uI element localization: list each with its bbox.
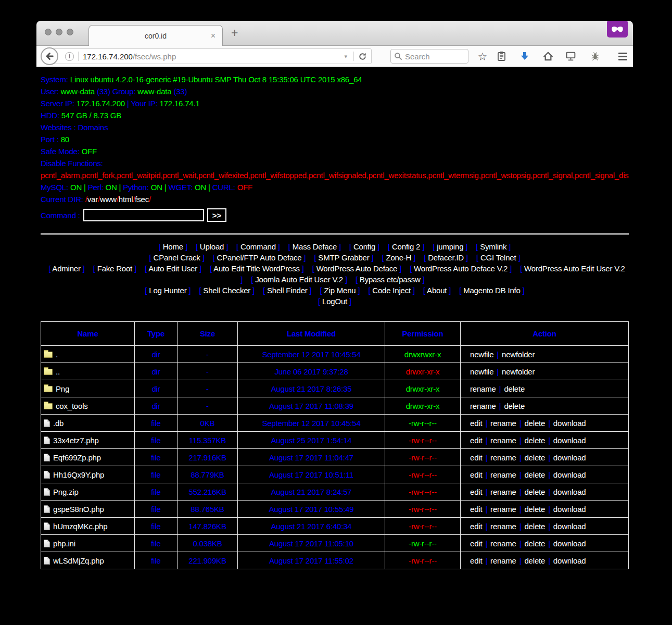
cell-name[interactable]: Png <box>41 380 135 397</box>
url-text[interactable]: 172.16.74.200/fsec/ws.php <box>83 52 342 61</box>
action-delete[interactable]: delete <box>524 419 545 428</box>
menu-item-shell-finder[interactable]: [ Shell Finder ] <box>263 286 312 295</box>
action-download[interactable]: download <box>553 470 586 479</box>
command-submit-button[interactable]: >> <box>207 208 227 222</box>
reading-list-button[interactable] <box>495 50 508 63</box>
minimize-window-button[interactable] <box>56 29 62 35</box>
action-delete[interactable]: delete <box>524 453 545 462</box>
action-download[interactable]: download <box>553 539 586 548</box>
screens-button[interactable] <box>564 50 577 63</box>
action-download[interactable]: download <box>553 556 586 565</box>
cell-name[interactable]: .. <box>41 363 135 380</box>
action-rename[interactable]: rename <box>490 522 516 531</box>
action-newfile[interactable]: newfile <box>470 350 493 359</box>
action-rename[interactable]: rename <box>490 505 516 514</box>
cell-name[interactable]: php.ini <box>41 535 135 552</box>
action-rename[interactable]: rename <box>490 556 516 565</box>
close-window-button[interactable] <box>45 29 52 35</box>
menu-item-code-inject[interactable]: [ Code Inject ] <box>368 286 415 295</box>
menu-item-jumping[interactable]: [ jumping ] <box>433 242 467 251</box>
menu-item-home[interactable]: [ Home ] <box>159 242 187 251</box>
file-name[interactable]: .db <box>53 419 64 428</box>
action-delete[interactable]: delete <box>524 522 545 531</box>
action-delete[interactable]: delete <box>504 402 525 410</box>
back-button[interactable] <box>41 47 58 65</box>
maximize-window-button[interactable] <box>67 29 73 35</box>
action-download[interactable]: download <box>553 453 586 462</box>
cell-name[interactable]: cox_tools <box>41 397 135 415</box>
menu-item-logout[interactable]: [ LogOut ] <box>318 297 351 306</box>
action-rename[interactable]: rename <box>470 402 496 410</box>
action-download[interactable]: download <box>553 488 586 496</box>
url-bar[interactable]: i 172.16.74.200/fsec/ws.php ▾ <box>50 48 372 64</box>
menu-item-upload[interactable]: [ Upload ] <box>196 242 228 251</box>
menu-item-cpanel-ftp-auto-deface[interactable]: [ CPanel/FTP Auto Deface ] <box>213 253 306 262</box>
menu-item-wordpress-auto-deface-v-2[interactable]: [ WordPress Auto Deface V.2 ] <box>410 264 512 273</box>
downloads-button[interactable] <box>518 50 531 63</box>
menu-item-auto-edit-user[interactable]: [ Auto Edit User ] <box>145 264 201 273</box>
new-tab-button[interactable]: + <box>231 26 238 40</box>
file-name[interactable]: wLSdMjZq.php <box>53 556 104 565</box>
file-name[interactable]: Png <box>56 384 69 393</box>
action-edit[interactable]: edit <box>470 419 482 428</box>
action-edit[interactable]: edit <box>470 488 482 496</box>
cell-name[interactable]: Hh16Qx9Y.php <box>41 466 135 483</box>
menu-item-about[interactable]: [ About ] <box>423 286 451 295</box>
browser-tab[interactable]: cor0.id × <box>88 25 223 46</box>
menu-item-adminer[interactable]: [ Adminer ] <box>48 264 85 273</box>
action-rename[interactable]: rename <box>490 470 516 479</box>
action-edit[interactable]: edit <box>470 556 482 565</box>
menu-item-symlink[interactable]: [ Symlink ] <box>476 242 511 251</box>
menu-item-zip-menu[interactable]: [ Zip Menu ] <box>320 286 360 295</box>
action-download[interactable]: download <box>553 522 586 531</box>
file-name[interactable]: .. <box>56 367 60 376</box>
action-rename[interactable]: rename <box>490 539 516 548</box>
action-newfolder[interactable]: newfolder <box>502 350 535 359</box>
addon-bug-button[interactable] <box>589 50 601 63</box>
action-edit[interactable]: edit <box>470 539 482 548</box>
cell-name[interactable]: Eqf699Zp.php <box>41 449 135 466</box>
menu-item-fake-root[interactable]: [ Fake Root ] <box>93 264 136 273</box>
menu-item-magento-db-info[interactable]: [ Magento DB Info ] <box>459 286 524 295</box>
cell-name[interactable]: hUmzqMKc.php <box>41 518 135 535</box>
action-delete[interactable]: delete <box>524 470 545 479</box>
menu-item-log-hunter[interactable]: [ Log Hunter ] <box>145 286 191 295</box>
file-name[interactable]: cox_tools <box>56 402 88 410</box>
menu-item-command[interactable]: [ Command ] <box>236 242 280 251</box>
action-rename[interactable]: rename <box>490 419 516 428</box>
menu-item-config-2[interactable]: [ Config 2 ] <box>388 242 424 251</box>
action-edit[interactable]: edit <box>470 453 482 462</box>
action-rename[interactable]: rename <box>490 453 516 462</box>
home-button[interactable] <box>542 50 554 63</box>
action-newfolder[interactable]: newfolder <box>502 367 535 376</box>
site-info-icon[interactable]: i <box>65 52 74 61</box>
menu-item-bypass-etc-passw[interactable]: [ Bypass etc/passw ] <box>356 275 425 284</box>
menu-item-zone-h[interactable]: [ Zone-H ] <box>382 253 415 262</box>
action-edit[interactable]: edit <box>470 522 482 531</box>
action-newfile[interactable]: newfile <box>470 367 493 376</box>
file-name[interactable]: hUmzqMKc.php <box>53 522 107 531</box>
cell-name[interactable]: gspeS8nO.php <box>41 501 135 518</box>
action-delete[interactable]: delete <box>524 488 545 496</box>
tab-close-icon[interactable]: × <box>211 31 215 41</box>
file-name[interactable]: 33x4etz7.php <box>53 436 99 445</box>
action-delete[interactable]: delete <box>504 384 525 393</box>
reload-icon[interactable] <box>358 52 367 61</box>
menu-item-auto-edit-title-wordpress[interactable]: [ Auto Edit Title WordPress ] <box>210 264 304 273</box>
menu-item-smtp-grabber[interactable]: [ SMTP Grabber ] <box>314 253 373 262</box>
action-delete[interactable]: delete <box>524 556 545 565</box>
cell-name[interactable]: . <box>41 346 135 363</box>
menu-item-shell-checker[interactable]: [ Shell Checker ] <box>199 286 255 295</box>
menu-item-config[interactable]: [ Config ] <box>349 242 379 251</box>
command-input[interactable] <box>83 209 204 221</box>
url-dropdown-icon[interactable]: ▾ <box>344 53 347 60</box>
file-name[interactable]: Png.zip <box>53 488 79 496</box>
menu-button[interactable] <box>616 50 629 63</box>
cell-name[interactable]: wLSdMjZq.php <box>41 552 135 569</box>
action-edit[interactable]: edit <box>470 436 482 445</box>
file-name[interactable]: php.ini <box>53 539 75 548</box>
menu-item-defacer-id[interactable]: [ Defacer.ID ] <box>424 253 468 262</box>
cell-name[interactable]: Png.zip <box>41 483 135 501</box>
file-name[interactable]: Eqf699Zp.php <box>53 453 101 462</box>
menu-item-wordpress-auto-deface[interactable]: [ WordPress Auto Deface ] <box>312 264 401 273</box>
